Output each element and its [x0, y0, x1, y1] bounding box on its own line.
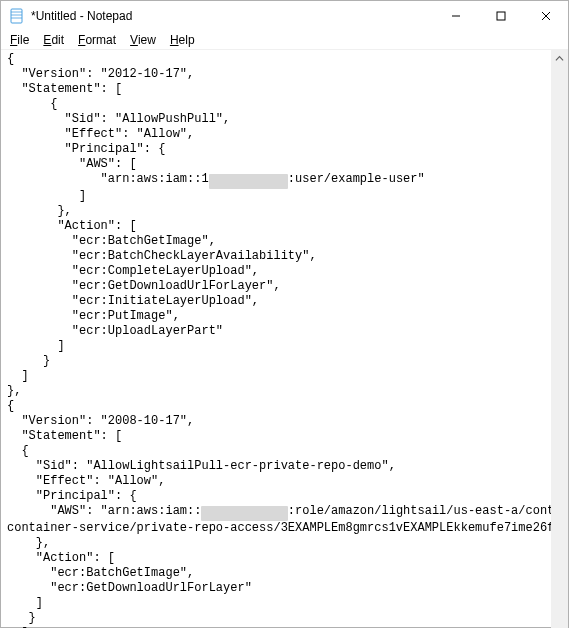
menu-bar: File Edit Format View Help [1, 31, 568, 49]
close-button[interactable] [523, 1, 568, 31]
title-bar: *Untitled - Notepad [1, 1, 568, 31]
text-editor[interactable]: { "Version": "2012-10-17", "Statement": … [1, 50, 551, 628]
menu-format[interactable]: Format [71, 31, 123, 49]
svg-rect-0 [11, 9, 22, 23]
menu-help[interactable]: Help [163, 31, 202, 49]
vertical-scrollbar[interactable] [551, 50, 568, 628]
editor-area: { "Version": "2012-10-17", "Statement": … [1, 49, 568, 628]
scroll-up-arrow[interactable] [551, 50, 568, 67]
menu-view[interactable]: View [123, 31, 163, 49]
maximize-button[interactable] [478, 1, 523, 31]
redacted-account-id-2: xxxxxxxxxxxx [201, 506, 287, 521]
menu-edit[interactable]: Edit [36, 31, 71, 49]
menu-file[interactable]: File [3, 31, 36, 49]
minimize-button[interactable] [433, 1, 478, 31]
window-controls [433, 1, 568, 31]
title-bar-left: *Untitled - Notepad [9, 8, 132, 24]
svg-rect-1 [497, 12, 505, 20]
notepad-app-icon [9, 8, 25, 24]
redacted-account-id-1: xxxxxxxxxxx [209, 174, 288, 189]
window-title: *Untitled - Notepad [31, 9, 132, 23]
notepad-window: *Untitled - Notepad File Edit Format Vie… [0, 0, 569, 628]
